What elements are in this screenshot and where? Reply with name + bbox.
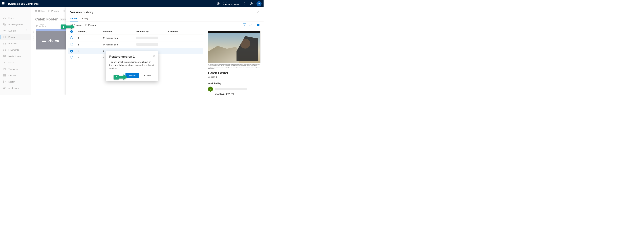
btn-label: Delete <box>38 10 45 12</box>
nav-label: Pages <box>8 36 15 38</box>
trash-icon <box>34 10 37 12</box>
svg-rect-15 <box>4 74 4 76</box>
annotation-arrow-2: 2 <box>114 74 128 80</box>
cell-modifiedby <box>136 43 158 46</box>
nav-fragments[interactable]: Fragments <box>0 47 31 53</box>
svg-point-13 <box>4 56 4 56</box>
dialog-title: Restore version 1 <box>109 55 154 58</box>
table-row[interactable]: 2 44 minutes ago <box>68 41 203 48</box>
col-version[interactable]: Version <box>78 30 86 33</box>
file-icon <box>48 10 50 12</box>
nav-media[interactable]: Media library <box>0 53 31 59</box>
row-checkbox[interactable] <box>70 43 73 46</box>
detail-pane: The life of Caleb Foster is one amazing … <box>205 28 264 95</box>
bell-icon[interactable] <box>243 2 246 5</box>
nav-audiences[interactable]: Audiences <box>0 85 31 91</box>
svg-point-6 <box>4 30 5 31</box>
dialog-close-button[interactable] <box>153 54 155 57</box>
tab-version[interactable]: Version <box>70 16 78 21</box>
dialog-cancel-button[interactable]: Cancel <box>141 73 154 78</box>
chevron-down-icon <box>252 24 254 26</box>
close-button[interactable] <box>257 11 260 14</box>
close-icon <box>153 55 155 57</box>
svg-point-9 <box>5 49 6 49</box>
preview-button[interactable]: Preview <box>85 24 96 26</box>
design-icon <box>3 80 6 83</box>
nav-label: Products <box>8 42 17 45</box>
chevron-updown-icon <box>25 29 28 32</box>
chevron-right-icon[interactable] <box>32 31 35 33</box>
detail-title: Caleb Foster <box>208 71 260 75</box>
cell-version: 3 <box>78 37 103 39</box>
mod-avatar: N <box>208 87 213 92</box>
share-icon <box>62 10 65 12</box>
nav-publish-groups[interactable]: Publish groups <box>0 21 31 27</box>
close-icon <box>257 11 260 13</box>
globe-icon[interactable] <box>217 2 220 5</box>
sort-desc-icon: ↓ <box>86 30 87 33</box>
nav-templates[interactable]: Templates <box>0 66 31 72</box>
row-checkbox[interactable] <box>70 36 73 39</box>
cell-modifiedby <box>136 36 158 39</box>
nav-urls[interactable]: URLs <box>0 59 31 66</box>
svg-point-10 <box>4 50 4 51</box>
app-launcher-icon[interactable] <box>2 2 6 5</box>
outline-label: Outline <box>32 36 35 42</box>
nav-products[interactable]: Products <box>0 40 31 47</box>
target-icon <box>35 24 38 27</box>
nav-label: Publish groups <box>8 23 23 26</box>
nav-label: Live site <box>8 29 16 32</box>
sort-button[interactable] <box>249 23 254 27</box>
nav-label: Home <box>8 17 14 19</box>
cell-version: 2 <box>78 43 103 46</box>
info-button[interactable]: i <box>257 24 260 26</box>
page-title: Caleb Foster <box>35 17 58 21</box>
tab-activity[interactable]: Activity <box>82 16 88 21</box>
arrow-num: 2 <box>114 75 119 79</box>
nav-pages[interactable]: Pages <box>0 34 31 40</box>
nav-layouts[interactable]: Layouts <box>0 72 31 78</box>
svg-point-18 <box>4 87 4 88</box>
help-icon[interactable] <box>250 2 253 5</box>
svg-point-8 <box>4 49 4 49</box>
topnav: Dynamics 365 Commerce Site adventure wor… <box>0 0 264 7</box>
nav-design[interactable]: Design <box>0 78 31 85</box>
leftnav: Home Publish groups Live site Pages Prod… <box>0 7 31 95</box>
media-icon <box>3 55 6 58</box>
nav-live-site[interactable]: Live site <box>0 27 31 34</box>
preview-button[interactable]: Preview <box>48 10 59 12</box>
outline-rail: Outline <box>31 29 36 95</box>
col-comment[interactable]: Comment <box>168 30 201 33</box>
mod-name <box>215 88 246 90</box>
row-checkbox[interactable] <box>70 56 73 59</box>
thumbnail <box>208 31 260 63</box>
table-row[interactable]: 3 44 minutes ago <box>68 35 203 41</box>
thumb-blurb: Having started surfing at an early age o… <box>208 67 260 69</box>
nav-label: Layouts <box>8 74 16 77</box>
detail-version: Version 1 <box>208 76 260 78</box>
arrow-num: 1 <box>61 24 66 29</box>
panel-tabs: Version Activity <box>66 16 264 21</box>
pv-menu-icon[interactable] <box>42 39 46 42</box>
svg-point-21 <box>36 25 37 26</box>
col-modifiedby[interactable]: Modified by <box>136 30 168 33</box>
site-picker[interactable]: Site adventure works <box>224 1 239 6</box>
cell-version: 1 <box>78 50 103 52</box>
delete-button[interactable]: Delete <box>34 10 45 12</box>
site-name: adventure works <box>224 3 239 6</box>
avatar[interactable]: NH <box>256 1 262 6</box>
filter-button[interactable] <box>243 23 246 27</box>
select-all-checkbox[interactable] <box>70 30 73 33</box>
btn-label: Preview <box>52 10 59 12</box>
cell-modified: 44 minutes ago <box>103 37 136 39</box>
row-checkbox[interactable] <box>70 50 73 52</box>
thumb-blurb: The life of Caleb Foster is one amazing … <box>208 64 260 66</box>
nav-home[interactable]: Home <box>0 15 31 21</box>
svg-rect-7 <box>4 36 6 38</box>
publish-icon <box>3 23 6 26</box>
svg-point-19 <box>5 87 6 88</box>
collapse-icon[interactable] <box>2 10 6 12</box>
svg-rect-17 <box>5 75 6 76</box>
target-value: Default <box>39 25 46 28</box>
col-modified[interactable]: Modified <box>103 30 136 33</box>
